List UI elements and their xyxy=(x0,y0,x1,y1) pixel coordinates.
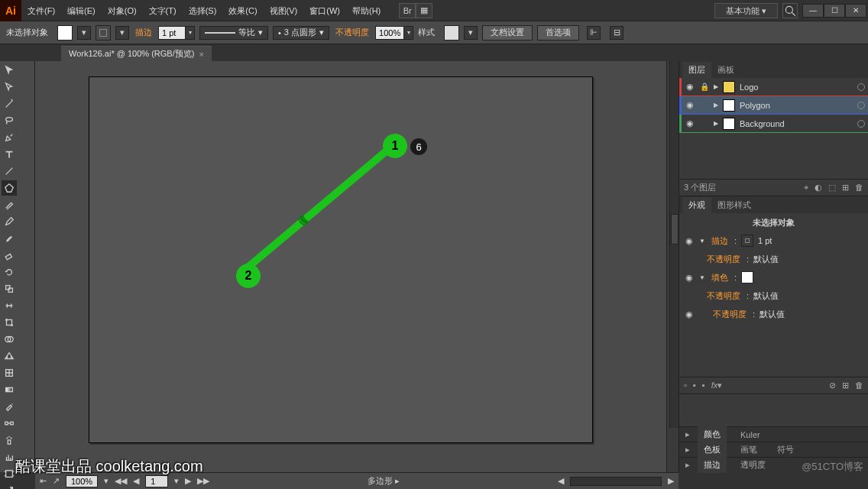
new-sublayer-icon[interactable]: ⬚ xyxy=(828,183,836,193)
style-swatch[interactable] xyxy=(444,25,459,40)
selection-tool[interactable] xyxy=(2,63,17,78)
canvas-area[interactable]: 1 6 2 xyxy=(35,61,679,472)
menu-type[interactable]: 文字(T) xyxy=(143,0,183,21)
horizontal-scrollbar[interactable] xyxy=(570,477,662,486)
hscroll-left-icon[interactable]: ◀ xyxy=(558,476,564,486)
brush-definition[interactable]: • 3 点圆形 ▾ xyxy=(273,26,329,40)
lasso-tool[interactable] xyxy=(2,113,17,128)
clip-icon[interactable]: ◐ xyxy=(815,183,822,193)
tab-graphic-styles[interactable]: 图形样式 xyxy=(711,197,757,213)
stroke-weight-field[interactable]: 1 pt xyxy=(158,26,186,40)
menu-edit[interactable]: 编辑(E) xyxy=(61,0,102,21)
search-icon[interactable] xyxy=(782,3,798,18)
type-tool[interactable] xyxy=(2,147,17,162)
expand-icon[interactable]: ▶ xyxy=(714,83,718,90)
artboard-export-icon[interactable]: ↗ xyxy=(53,476,60,486)
locate-icon[interactable]: ⌖ xyxy=(804,183,808,193)
opacity-dropdown[interactable]: ▾ xyxy=(404,26,413,40)
preferences-button[interactable]: 首选项 xyxy=(537,25,579,40)
close-tab-icon[interactable]: × xyxy=(199,50,203,59)
stroke-swatch[interactable] xyxy=(96,25,111,40)
artboard-prev-icon[interactable]: ◀◀ xyxy=(115,476,127,486)
dock-handle[interactable] xyxy=(671,214,679,244)
direct-selection-tool[interactable] xyxy=(2,79,17,95)
stroke-weight-value[interactable]: 1 pt xyxy=(758,236,772,245)
menu-select[interactable]: 选择(S) xyxy=(183,0,223,21)
document-tab[interactable]: Work126.ai* @ 100% (RGB/预览) × xyxy=(61,46,212,61)
tab-appearance[interactable]: 外观 xyxy=(682,197,711,213)
target-icon[interactable] xyxy=(857,120,865,128)
appearance-fill-opacity[interactable]: 不透明度: 默认值 xyxy=(679,287,868,305)
eyedropper-tool[interactable] xyxy=(2,399,17,414)
visibility-icon[interactable]: ◉ xyxy=(684,273,695,283)
line-tool[interactable] xyxy=(2,164,17,179)
artboard[interactable]: 1 6 2 xyxy=(89,76,593,443)
visibility-icon[interactable]: ◉ xyxy=(684,236,695,246)
visibility-icon[interactable]: ◉ xyxy=(684,309,695,319)
new-layer-icon[interactable]: ⊞ xyxy=(842,183,849,193)
polygon-edge[interactable] xyxy=(240,141,397,275)
workspace-switcher[interactable]: 基本功能 ▾ xyxy=(714,3,778,18)
expand-icon[interactable]: ▶ xyxy=(714,102,718,108)
opacity-label[interactable]: 不透明度 xyxy=(705,254,742,265)
blob-brush-tool[interactable] xyxy=(2,231,17,246)
add-stroke-icon[interactable]: ▪ xyxy=(693,381,696,390)
minimize-button[interactable]: — xyxy=(802,4,824,18)
menu-effect[interactable]: 效果(C) xyxy=(222,0,263,21)
tab-layers[interactable]: 图层 xyxy=(682,62,711,78)
panel-dock-strip[interactable] xyxy=(669,61,679,428)
artboard-nav-first-icon[interactable]: ⇤ xyxy=(40,476,47,486)
paintbrush-tool[interactable] xyxy=(2,197,17,212)
symbol-sprayer-tool[interactable] xyxy=(2,432,17,448)
menu-object[interactable]: 对象(O) xyxy=(102,0,143,21)
stroke-label[interactable]: 描边 xyxy=(710,235,730,247)
style-dropdown[interactable]: ▾ xyxy=(464,26,478,40)
opacity-label[interactable]: 不透明度 xyxy=(334,27,371,38)
delete-icon[interactable]: 🗑 xyxy=(855,381,863,390)
add-fill-icon[interactable]: ▪ xyxy=(702,381,705,390)
tab-brushes[interactable]: 画笔 xyxy=(734,442,763,458)
fill-dropdown[interactable]: ▾ xyxy=(77,26,91,40)
tab-swatches[interactable]: 色板 xyxy=(698,442,727,458)
fill-swatch[interactable] xyxy=(57,25,73,40)
menu-file[interactable]: 文件(F) xyxy=(21,0,61,21)
arrange-icon[interactable]: ▦ xyxy=(416,3,432,18)
expand-icon[interactable]: ▼ xyxy=(699,238,705,244)
collapse-icon[interactable]: ⊟ xyxy=(610,26,623,40)
layer-name[interactable]: Background xyxy=(740,119,853,128)
menu-window[interactable]: 窗口(W) xyxy=(303,0,346,21)
eraser-tool[interactable] xyxy=(2,248,17,263)
visibility-icon[interactable]: ◉ xyxy=(685,100,695,110)
add-effect-icon[interactable]: fx▾ xyxy=(711,381,723,390)
target-icon[interactable] xyxy=(857,102,865,109)
tab-kuler[interactable]: Kuler xyxy=(734,428,766,442)
stroke-label[interactable]: 描边 xyxy=(134,27,154,38)
close-button[interactable]: ✕ xyxy=(845,4,866,18)
visibility-icon[interactable]: ◉ xyxy=(685,82,695,92)
tab-transparency[interactable]: 透明度 xyxy=(734,457,772,473)
fill-color-swatch[interactable] xyxy=(741,271,753,283)
graph-tool[interactable] xyxy=(2,449,17,465)
clear-icon[interactable]: ⊘ xyxy=(829,381,836,390)
layer-row-background[interactable]: ◉ ▶ Background xyxy=(679,115,868,133)
maximize-button[interactable]: ☐ xyxy=(824,4,845,18)
target-icon[interactable] xyxy=(857,83,865,91)
menu-help[interactable]: 帮助(H) xyxy=(346,0,387,21)
appearance-stroke-opacity[interactable]: 不透明度: 默认值 xyxy=(679,250,868,268)
rotate-tool[interactable] xyxy=(2,264,17,280)
artboard-next2-icon[interactable]: ▶▶ xyxy=(197,476,209,486)
stroke-color-swatch[interactable] xyxy=(741,235,753,247)
slice-tool[interactable] xyxy=(2,483,17,489)
width-tool[interactable] xyxy=(2,298,17,313)
tab-color[interactable]: 颜色 xyxy=(698,426,727,442)
stroke-weight-dropdown[interactable]: ▾ xyxy=(186,26,195,40)
pen-tool[interactable] xyxy=(2,130,17,145)
variable-width-profile[interactable]: 等比 ▾ xyxy=(199,26,268,40)
align-icon[interactable]: ⊩ xyxy=(587,26,601,40)
shape-tool[interactable] xyxy=(2,180,17,196)
delete-layer-icon[interactable]: 🗑 xyxy=(855,183,863,193)
shape-builder-tool[interactable] xyxy=(2,332,17,347)
visibility-icon[interactable]: ◉ xyxy=(685,118,695,128)
mesh-tool[interactable] xyxy=(2,365,17,381)
expand-icon[interactable]: ▼ xyxy=(699,274,705,281)
